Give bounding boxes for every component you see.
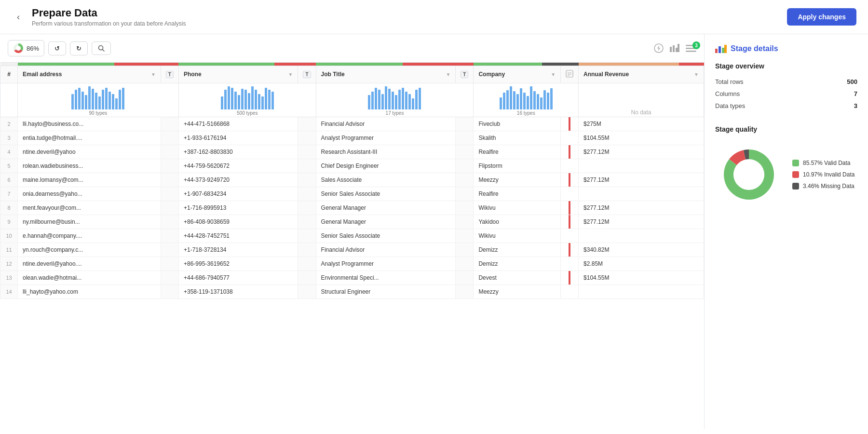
data-table: # Email address ▼ T xyxy=(0,63,704,299)
col-header-company[interactable]: Company ▼ xyxy=(474,66,561,83)
type-badge-cell3 xyxy=(456,117,474,131)
search-icon xyxy=(98,45,105,52)
phone-cell: +86-408-9038659 xyxy=(178,215,298,229)
col-header-phone[interactable]: Phone ▼ xyxy=(178,66,298,83)
type-badge-cell3 xyxy=(456,173,474,187)
overview-value: 3 xyxy=(854,102,857,109)
job-title-cell: Analyst Programmer xyxy=(316,257,456,271)
legend-invalid-box xyxy=(792,171,799,178)
col-header-job-title[interactable]: Job Title ▼ xyxy=(316,66,456,83)
type-badge-cell3 xyxy=(456,187,474,201)
annual-revenue-cell: $275M xyxy=(579,117,704,131)
col-header-rownum: # xyxy=(0,66,18,83)
table-row[interactable]: 5rolean.wadiebusiness...+44-759-5620672C… xyxy=(0,159,704,173)
bar-chart-button[interactable] xyxy=(669,44,680,53)
type-badge-cell xyxy=(161,229,178,243)
header-left: ‹ Prepare Data Perform various transform… xyxy=(12,7,186,27)
apply-changes-button[interactable]: Apply changes xyxy=(787,8,856,26)
redo-button[interactable]: ↻ xyxy=(70,41,88,55)
type-badge-cell xyxy=(161,243,178,257)
type-badge-cell2 xyxy=(298,257,316,271)
bar-indicator-cell xyxy=(561,229,579,243)
company-cell: Realfire xyxy=(474,187,561,201)
sparkline-job-title: 17 types xyxy=(316,83,474,117)
table-row[interactable]: 8ment.feavyour@com...+1-716-8995913Gener… xyxy=(0,201,704,215)
col-type-calc xyxy=(561,66,579,83)
stage-overview-section: Stage overview Total rows500Columns7Data… xyxy=(715,62,857,112)
job-title-cell: Financial Advisor xyxy=(316,117,456,131)
table-row[interactable]: 10e.hannah@company....+44-428-7452751Sen… xyxy=(0,229,704,243)
percent-label: 86% xyxy=(27,45,39,52)
calc-icon xyxy=(566,70,573,78)
table-row[interactable]: 3entia.tudge@hotmail....+1-933-6176194An… xyxy=(0,131,704,145)
table-row[interactable]: 9ny.milbourne@busin...+86-408-9038659Gen… xyxy=(0,215,704,229)
table-row[interactable]: 11yn.rouch@company.c...+1-718-3728134Fin… xyxy=(0,243,704,257)
type-badge-cell xyxy=(161,131,178,145)
table-row[interactable]: 14lli_hayto@yahoo.com+358-119-1371038Str… xyxy=(0,285,704,298)
annual-revenue-cell: $277.12M xyxy=(579,173,704,187)
legend-invalid: 10.97% Invalid Data xyxy=(792,171,854,178)
bar-indicator-cell xyxy=(561,159,579,173)
type-badge-cell3 xyxy=(456,285,474,298)
phone-cell: +44-759-5620672 xyxy=(178,159,298,173)
row-number: 5 xyxy=(0,159,18,173)
company-cell: Demizz xyxy=(474,243,561,257)
table-row[interactable]: 7onia.dearness@yaho...+1-907-6834234Seni… xyxy=(0,187,704,201)
phone-cell: +358-119-1371038 xyxy=(178,285,298,298)
stage-overview-heading: Stage overview xyxy=(715,62,857,70)
row-number: 14 xyxy=(0,285,18,298)
company-cell: Demizz xyxy=(474,257,561,271)
type-badge-cell xyxy=(161,145,178,159)
email-cell: entia.tudge@hotmail.... xyxy=(18,131,161,145)
svg-rect-19 xyxy=(724,45,727,53)
row-number: 11 xyxy=(0,243,18,257)
back-button[interactable]: ‹ xyxy=(12,10,25,24)
type-badge-cell3 xyxy=(456,257,474,271)
email-cell: onia.dearness@yaho... xyxy=(18,187,161,201)
table-row[interactable]: 2lli.hayto@business.co...+44-471-5166868… xyxy=(0,117,704,131)
company-cell: Wikivu xyxy=(474,229,561,243)
col-header-email[interactable]: Email address ▼ xyxy=(18,66,161,83)
annual-revenue-cell: $2.85M xyxy=(579,257,704,271)
bar-indicator-cell xyxy=(561,131,579,145)
svg-rect-16 xyxy=(715,49,718,53)
bar-indicator-cell xyxy=(561,257,579,271)
svg-rect-6 xyxy=(673,45,675,52)
company-cell: Devest xyxy=(474,271,561,285)
email-cell: lli.hayto@business.co... xyxy=(18,117,161,131)
overview-label: Data types xyxy=(715,102,745,109)
phone-cell: +1-716-8995913 xyxy=(178,201,298,215)
table-row[interactable]: 4ntine.deveril@yahoo+387-162-8803830Rese… xyxy=(0,145,704,159)
data-table-scroll[interactable]: # Email address ▼ T xyxy=(0,63,704,429)
table-row[interactable]: 12ntine.deveril@yahoo....+86-995-3619652… xyxy=(0,257,704,271)
type-badge-cell3 xyxy=(456,159,474,173)
overview-rows: Total rows500Columns7Data types3 xyxy=(715,76,857,112)
row-number: 10 xyxy=(0,229,18,243)
undo-button[interactable]: ↺ xyxy=(48,41,66,55)
row-number: 7 xyxy=(0,187,18,201)
sort-arrow-company: ▼ xyxy=(551,72,556,77)
table-row[interactable]: 13olean.wadie@hotmai...+44-686-7940577En… xyxy=(0,271,704,285)
right-panel-header: Stage details xyxy=(715,44,857,54)
overview-label: Columns xyxy=(715,90,740,97)
type-badge-cell xyxy=(161,117,178,131)
job-title-cell: Analyst Programmer xyxy=(316,131,456,145)
lightning-icon xyxy=(654,43,664,53)
company-cell: Yakidoo xyxy=(474,215,561,229)
sparkline-email: 90 types xyxy=(18,83,179,117)
phone-cell: +44-373-9249720 xyxy=(178,173,298,187)
lightning-button[interactable] xyxy=(654,43,664,53)
table-row[interactable]: 6maine.lomansy@com...+44-373-9249720Sale… xyxy=(0,173,704,187)
email-cell: lli_hayto@yahoo.com xyxy=(18,285,161,298)
job-title-cell: Chief Design Engineer xyxy=(316,159,456,173)
search-button[interactable] xyxy=(92,41,111,55)
col-header-annual-revenue[interactable]: Annual Revenue ▼ xyxy=(579,66,704,83)
company-cell: Fiveclub xyxy=(474,117,561,131)
menu-button[interactable]: 3 xyxy=(686,44,696,52)
bar-indicator-cell xyxy=(561,285,579,298)
donut-wrapper: 85.57% Valid Data 10.97% Invalid Data 3.… xyxy=(715,141,857,208)
type-badge-cell3 xyxy=(456,131,474,145)
legend: 85.57% Valid Data 10.97% Invalid Data 3.… xyxy=(792,160,854,190)
annual-revenue-cell: $277.12M xyxy=(579,201,704,215)
email-cell: rolean.wadiebusiness... xyxy=(18,159,161,173)
